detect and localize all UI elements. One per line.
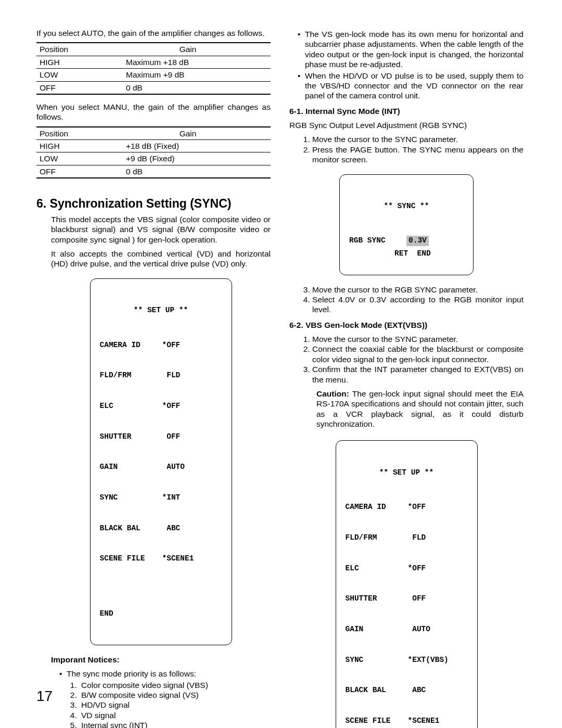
osd-v: ABC <box>157 523 181 534</box>
caution-label: Caution: <box>316 389 349 398</box>
notice-item: When the HD/VD or VD pulse is to be used… <box>298 71 523 101</box>
right-top-bullets: The VS gen-lock mode has its own menu fo… <box>289 29 523 101</box>
section-6-p1: This model accepts the VBS signal (color… <box>51 214 271 245</box>
osd-k: ELC <box>346 564 403 574</box>
osd-title: ** SYNC ** <box>349 201 464 212</box>
auto-intro: If you select AUTO, the gain of the ampl… <box>36 28 271 38</box>
th-gain: Gain <box>105 127 271 140</box>
cell: OFF <box>36 165 105 178</box>
osd-v: ABC <box>403 685 426 696</box>
osd-v: AUTO <box>403 624 431 635</box>
osd-k: SCENE FILE <box>100 554 157 564</box>
cell: Maximum +9 dB <box>105 69 271 81</box>
page-number: 17 <box>36 687 53 705</box>
osd-sync: ** SYNC ** RGB SYNC 0.3V RET END <box>339 174 474 275</box>
osd-k: BLACK BAL <box>100 523 157 534</box>
heading-6-2: 6-2. VBS Gen-lock Mode (EXT(VBS)) <box>289 320 523 330</box>
osd-v: *OFF <box>403 502 426 513</box>
steps-6-1-a: Move the cursor to the SYNC parameter. P… <box>289 134 523 164</box>
notices-list: The sync mode priority is as follows: Co… <box>51 669 271 728</box>
notice-item: The VS gen-lock mode has its own menu fo… <box>298 29 523 70</box>
osd-setup-int: ** SET UP ** CAMERA ID*OFF FLD/FRM FLD E… <box>90 278 232 645</box>
cell: 0 dB <box>105 81 271 94</box>
osd-title: ** SET UP ** <box>346 468 468 478</box>
th-gain: Gain <box>105 43 271 56</box>
list-item: Select 4.0V or 0.3V according to the RGB… <box>312 295 523 315</box>
osd-k: FLD/FRM <box>100 371 157 381</box>
list-item: VD signal <box>79 710 271 720</box>
th-position: Position <box>36 43 105 56</box>
list-item: Move the cursor to the SYNC parameter. <box>312 134 523 144</box>
cell: Maximum +18 dB <box>105 56 271 68</box>
steps-6-1-b: Move the cursor to the RGB SYNC paramete… <box>289 285 523 315</box>
osd-end: END <box>417 249 431 258</box>
osd-v: *EXT(VBS) <box>403 655 449 666</box>
cell: 0 dB <box>105 165 271 178</box>
notice-priority-text: The sync mode priority is as follows: <box>67 669 196 678</box>
list-item: Internal sync (INT) <box>79 720 271 728</box>
page: If you select AUTO, the gain of the ampl… <box>0 0 562 728</box>
list-item: Confirm that the INT parameter changed t… <box>312 364 523 385</box>
caution-block: Caution: The gen-lock input signal shoul… <box>289 389 523 429</box>
list-item: Press the PAGE button. The SYNC menu app… <box>312 145 523 165</box>
list-item: Color composite video signal (VBS) <box>79 680 271 690</box>
osd-v: *OFF <box>403 564 426 574</box>
osd-k: SHUTTER <box>346 594 403 604</box>
important-notices-title: Imporant Notices: <box>51 655 271 665</box>
osd-v: FLD <box>157 371 181 381</box>
list-item: B/W composite video signal (VS) <box>79 690 271 700</box>
section-6-title: 6. Synchronization Setting (SYNC) <box>36 196 271 211</box>
list-item: Move the cursor to the RGB SYNC paramete… <box>312 285 523 295</box>
manu-intro: When you select MANU, the gain of the am… <box>36 102 271 122</box>
osd-v: FLD <box>403 533 426 543</box>
manu-gain-table: Position Gain HIGH+18 dB (Fixed) LOW+9 d… <box>36 126 271 179</box>
osd-k: SYNC <box>346 655 403 666</box>
osd-k: CAMERA ID <box>100 340 157 351</box>
auto-gain-table: Position Gain HIGHMaximum +18 dB LOWMaxi… <box>36 42 271 95</box>
osd-k: GAIN <box>100 462 157 472</box>
list-item: Connect the coaxial cable for the blackb… <box>312 344 523 364</box>
heading-6-1: 6-1. Internal Sync Mode (INT) <box>289 106 523 116</box>
right-column: The VS gen-lock mode has its own menu fo… <box>289 28 523 728</box>
cell: HIGH <box>36 56 105 68</box>
osd-k: SCENE FILE <box>346 716 403 726</box>
osd-title: ** SET UP ** <box>100 305 222 316</box>
osd-v: *OFF <box>157 340 181 351</box>
osd-v: AUTO <box>157 462 185 472</box>
cell: LOW <box>36 152 105 165</box>
osd-k: ELC <box>100 401 157 412</box>
osd-v: OFF <box>403 594 426 604</box>
heading-6-1-sub: RGB Sync Output Level Adjustment (RGB SY… <box>289 120 523 130</box>
osd-v: *SCENE1 <box>157 554 194 564</box>
osd-k: FLD/FRM <box>346 533 403 543</box>
list-item: HD/VD signal <box>79 700 271 710</box>
section-6-p2: It also accepts the combined vertical (V… <box>51 249 271 269</box>
osd-v: *INT <box>157 493 181 503</box>
osd-v: *OFF <box>157 401 181 412</box>
osd-v: OFF <box>157 432 181 442</box>
cell: OFF <box>36 81 105 94</box>
osd-v: *SCENE1 <box>403 716 440 726</box>
left-column: If you select AUTO, the gain of the ampl… <box>36 28 271 728</box>
osd-end: END <box>100 609 222 619</box>
osd-k: BLACK BAL <box>346 685 403 696</box>
notice-priority: The sync mode priority is as follows: Co… <box>59 669 271 728</box>
th-position: Position <box>36 127 105 140</box>
osd-ret: RET <box>394 249 408 258</box>
cell: +18 dB (Fixed) <box>105 140 271 152</box>
two-column-layout: If you select AUTO, the gain of the ampl… <box>36 28 526 728</box>
priority-sublist: Color composite video signal (VBS) B/W c… <box>67 680 271 728</box>
osd-k: GAIN <box>346 624 403 635</box>
osd-k: SYNC <box>100 493 157 503</box>
cell: HIGH <box>36 140 105 152</box>
list-item: Move the cursor to the SYNC parameter. <box>312 334 523 344</box>
section-6-body: This model accepts the VBS signal (color… <box>36 214 271 728</box>
osd-setup-extvbs: ** SET UP ** CAMERA ID*OFF FLD/FRM FLD E… <box>336 440 478 728</box>
osd-k: SHUTTER <box>100 432 157 442</box>
osd-k: CAMERA ID <box>346 502 403 513</box>
cell: LOW <box>36 69 105 81</box>
cell: +9 dB (Fixed) <box>105 152 271 165</box>
steps-6-2: Move the cursor to the SYNC parameter. C… <box>289 334 523 385</box>
